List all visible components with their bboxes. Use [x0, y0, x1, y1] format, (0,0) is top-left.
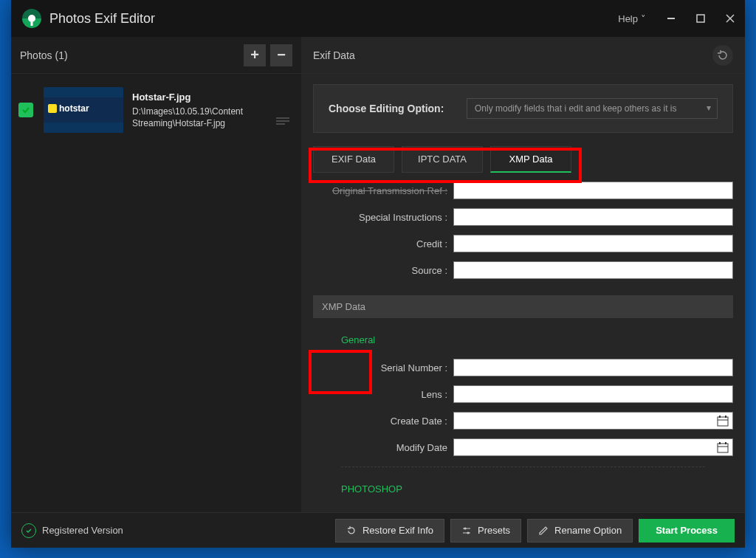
help-menu[interactable]: Help ˅ [608, 13, 656, 24]
svg-point-22 [467, 531, 470, 534]
svg-point-21 [464, 527, 467, 529]
minimize-button[interactable] [656, 4, 686, 33]
presets-button[interactable]: Presets [450, 519, 521, 542]
photo-filename: Hotstar-F.jpg [132, 91, 243, 104]
general-subheader: General [313, 318, 733, 350]
star-icon [48, 104, 57, 113]
xmp-section-header: XMP Data [313, 295, 733, 318]
field-label-special-instructions: Special Instructions : [313, 212, 453, 223]
photo-list-item[interactable]: hotstar Hotstar-F.jpg D:\Images\10.05.19… [11, 74, 301, 140]
app-title: Photos Exif Editor [49, 11, 155, 27]
photo-meta: Hotstar-F.jpg D:\Images\10.05.19\Content… [132, 91, 243, 129]
tab-iptc[interactable]: IPTC DATA [402, 146, 483, 173]
field-label-original-transmission: Original Transmission Ref : [313, 185, 453, 196]
maximize-button[interactable] [686, 4, 715, 33]
help-label: Help [618, 13, 638, 24]
field-input-modify-date[interactable] [453, 438, 733, 456]
remove-photo-button[interactable]: − [270, 44, 292, 66]
svg-rect-5 [697, 15, 704, 22]
exif-scroll-area: Choose Editing Option: Only modify field… [301, 74, 745, 512]
calendar-icon[interactable] [716, 441, 729, 457]
start-process-button[interactable]: Start Process [639, 519, 735, 542]
photo-path-line1: D:\Images\10.05.19\Content [132, 106, 243, 117]
exif-panel-title: Exif Data [313, 49, 513, 61]
photos-panel: Photos (1) + − hotstar Hotstar-F.jp [11, 37, 301, 512]
tab-exif[interactable]: EXIF Data [313, 146, 394, 173]
registered-label: Registered Version [42, 525, 123, 536]
field-input-create-date[interactable] [453, 412, 733, 430]
app-window: Photos Exif Editor Help ˅ Photos (1) + [11, 0, 745, 548]
field-input-lens[interactable] [453, 385, 733, 403]
field-input-source[interactable] [453, 261, 733, 279]
calendar-icon[interactable] [716, 414, 729, 430]
field-label-lens: Lens : [313, 389, 453, 400]
close-button[interactable] [715, 4, 745, 33]
field-input-special-instructions[interactable] [453, 208, 733, 226]
start-label: Start Process [656, 525, 718, 536]
app-logo-wrap: Photos Exif Editor [21, 8, 155, 29]
field-input-serial[interactable] [453, 359, 733, 376]
field-label-modify-date: Modify Date [313, 442, 453, 453]
titlebar: Photos Exif Editor Help ˅ [11, 0, 745, 37]
sliders-icon [461, 526, 472, 536]
registered-status: Registered Version [21, 523, 123, 538]
app-logo-icon [21, 8, 42, 29]
data-tabs: EXIF Data IPTC DATA XMP Data [313, 146, 733, 173]
footer: Registered Version Restore Exif Info Pre… [11, 512, 745, 548]
restore-exif-button[interactable]: Restore Exif Info [335, 519, 444, 542]
add-photo-button[interactable]: + [244, 44, 266, 66]
photo-thumbnail: hotstar [44, 87, 123, 133]
presets-label: Presets [478, 525, 510, 536]
field-label-credit: Credit : [313, 238, 453, 249]
photo-path-line2: Streaming\Hotstar-F.jpg [132, 117, 243, 129]
photoshop-subheader: PHOTOSHOP [313, 467, 733, 499]
svg-rect-11 [718, 417, 728, 426]
editing-option-label: Choose Editing Option: [329, 103, 444, 114]
exif-panel: Exif Data Choose Editing Option: Only mo… [301, 37, 745, 512]
check-circle-icon [21, 523, 36, 538]
svg-rect-15 [718, 444, 728, 452]
field-input-credit[interactable] [453, 235, 733, 252]
rename-label: Rename Option [554, 525, 622, 536]
editing-option-box: Choose Editing Option: Only modify field… [313, 84, 733, 133]
chevron-down-icon: ˅ [641, 13, 646, 24]
restore-label: Restore Exif Info [362, 525, 433, 536]
pencil-icon [538, 526, 549, 536]
list-menu-icon[interactable] [272, 111, 294, 133]
photos-panel-title: Photos (1) [20, 49, 239, 61]
field-label-serial: Serial Number : [313, 362, 453, 373]
restore-icon [346, 526, 357, 536]
field-input-original-transmission[interactable] [453, 182, 733, 199]
main-columns: Photos (1) + − hotstar Hotstar-F.jp [11, 37, 745, 512]
rename-option-button[interactable]: Rename Option [527, 519, 633, 542]
exif-panel-header: Exif Data [301, 37, 745, 74]
editing-option-select[interactable]: Only modify fields that i edit and keep … [467, 98, 718, 119]
thumb-text: hotstar [59, 103, 89, 114]
field-label-source: Source : [313, 265, 453, 276]
field-label-create-date: Create Date : [313, 416, 453, 427]
tab-xmp[interactable]: XMP Data [490, 146, 571, 173]
photos-panel-header: Photos (1) + − [11, 37, 301, 74]
refresh-button[interactable] [712, 45, 733, 66]
photo-checkbox[interactable] [18, 103, 33, 117]
editing-option-value: Only modify fields that i edit and keep … [475, 103, 676, 114]
titlebar-controls: Help ˅ [608, 0, 745, 37]
